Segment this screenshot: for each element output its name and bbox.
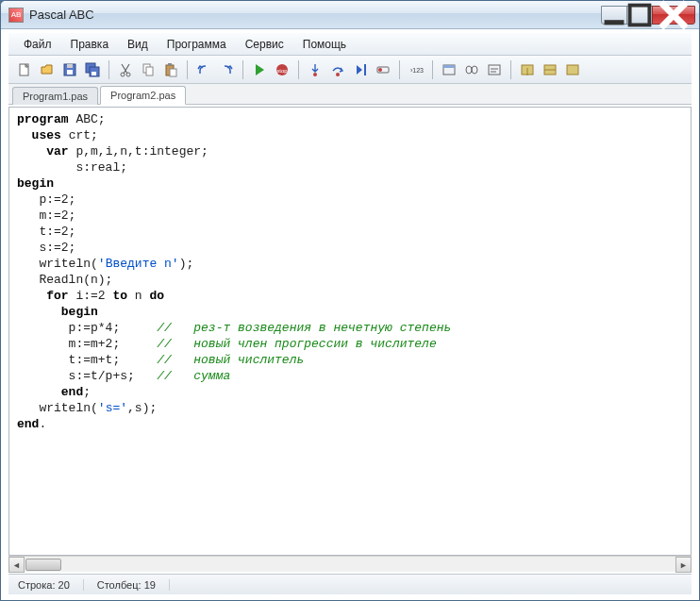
panel3-icon[interactable] [562,59,583,80]
code-text: s:=t/p+s; [17,369,157,383]
toolbar-separator [298,60,299,79]
menu-edit[interactable]: Правка [63,35,117,54]
scroll-right-arrow-icon[interactable]: ► [675,557,692,573]
code-text: writeln( [17,401,98,415]
code-string: 's=' [98,401,127,415]
code-text [17,385,61,399]
status-line-label: Строка: [18,579,55,591]
code-kw: uses [32,128,61,142]
menu-service[interactable]: Сервис [238,35,292,54]
menubar: Файл Правка Вид Программа Сервис Помощь [8,33,692,56]
editor-area: program ABC; uses crt; var p,m,i,n,t:int… [8,107,692,556]
svg-rect-20 [364,64,366,75]
scroll-left-arrow-icon[interactable]: ◄ [8,557,25,573]
svg-rect-28 [489,65,500,75]
step-into-icon[interactable] [305,59,325,80]
svg-point-26 [466,66,472,74]
svg-rect-1 [630,5,650,25]
svg-rect-4 [67,70,73,75]
tab-program1[interactable]: Program1.pas [12,87,98,105]
svg-point-18 [313,73,317,76]
window-controls [602,6,695,25]
menu-view[interactable]: Вид [120,35,156,54]
code-kw: for [46,289,68,303]
copy-icon[interactable] [138,59,158,80]
run-icon[interactable] [249,59,270,80]
menu-help[interactable]: Помощь [295,35,354,54]
toolbar: stop ›123 [8,56,692,84]
watch-icon[interactable] [461,59,482,80]
statusbar: Строка: 20 Столбец: 19 [8,574,692,594]
status-col-label: Столбец: [97,579,142,591]
step-over-icon[interactable] [327,59,348,80]
code-comment: // новый член прогрессии в числителе [157,337,436,351]
code-kw: begin [17,305,98,319]
paste-icon[interactable] [160,59,181,80]
undo-icon[interactable] [193,59,214,80]
code-comment: // рез-т возведения в нечетную степень [157,321,451,335]
code-text: writeln( [17,257,98,271]
output-icon[interactable] [484,59,505,80]
code-text: m:=2; [17,209,75,223]
code-comment: // сумма [157,369,230,383]
svg-rect-8 [92,72,96,75]
window-icon[interactable] [439,59,459,80]
save-all-icon[interactable] [82,59,103,80]
svg-rect-14 [168,63,172,66]
panel2-icon[interactable] [540,59,560,80]
status-line-value: 20 [58,579,70,591]
code-text: t:=m+t; [17,353,157,367]
status-line: Строка: 20 [18,579,84,591]
code-kw: to [112,289,127,303]
code-text: t:=2; [17,225,75,239]
goto-line-icon[interactable]: ›123 [406,59,426,80]
code-text: ); [179,257,194,271]
code-text: p:=p*4; [17,321,157,335]
code-text: s:=2; [17,241,75,255]
close-button[interactable] [652,6,695,25]
breakpoint-icon[interactable] [373,59,393,80]
code-text: i:=2 [69,289,113,303]
run-to-cursor-icon[interactable] [350,59,371,80]
save-icon[interactable] [59,59,80,80]
cut-icon[interactable] [115,59,136,80]
code-text: ; [83,385,91,399]
code-kw: var [46,144,68,159]
redo-icon[interactable] [216,59,237,80]
status-col: Столбец: 19 [97,579,170,591]
toolbar-separator [187,60,188,79]
editor-tabs: Program1.pas Program2.pas [8,84,692,105]
stop-icon[interactable]: stop [272,59,292,80]
toolbar-separator [399,60,400,79]
svg-rect-5 [67,64,73,68]
menu-file[interactable]: Файл [16,35,59,54]
code-editor[interactable]: program ABC; uses crt; var p,m,i,n,t:int… [9,108,691,555]
minimize-button[interactable] [601,6,627,25]
panel1-icon[interactable] [517,59,538,80]
code-text [17,289,46,303]
new-file-icon[interactable] [14,59,35,80]
scroll-thumb[interactable] [25,559,61,571]
tab-program2[interactable]: Program2.pas [100,86,186,105]
window-title: Pascal ABC [29,8,602,22]
svg-rect-15 [170,69,176,76]
titlebar[interactable]: AB Pascal ABC [1,1,699,29]
menu-program[interactable]: Программа [159,35,234,54]
toolbar-separator [242,60,243,79]
svg-rect-31 [567,65,578,75]
code-kw: do [149,289,164,303]
toolbar-separator [510,60,511,79]
maximize-button[interactable] [626,6,653,25]
open-file-icon[interactable] [37,59,58,80]
app-window: AB Pascal ABC Файл Правка Вид Программа … [0,0,700,601]
svg-rect-0 [605,20,625,25]
code-text: p,m,i,n,t:integer; [69,144,208,159]
svg-point-10 [126,73,130,76]
toolbar-separator [108,60,109,79]
code-text: . [39,417,46,431]
code-text: m:=m+2; [17,337,157,351]
svg-point-27 [472,66,477,74]
horizontal-scrollbar[interactable]: ◄ ► [8,556,692,572]
code-text: Readln(n); [17,273,112,287]
code-text: ,s); [127,401,157,415]
